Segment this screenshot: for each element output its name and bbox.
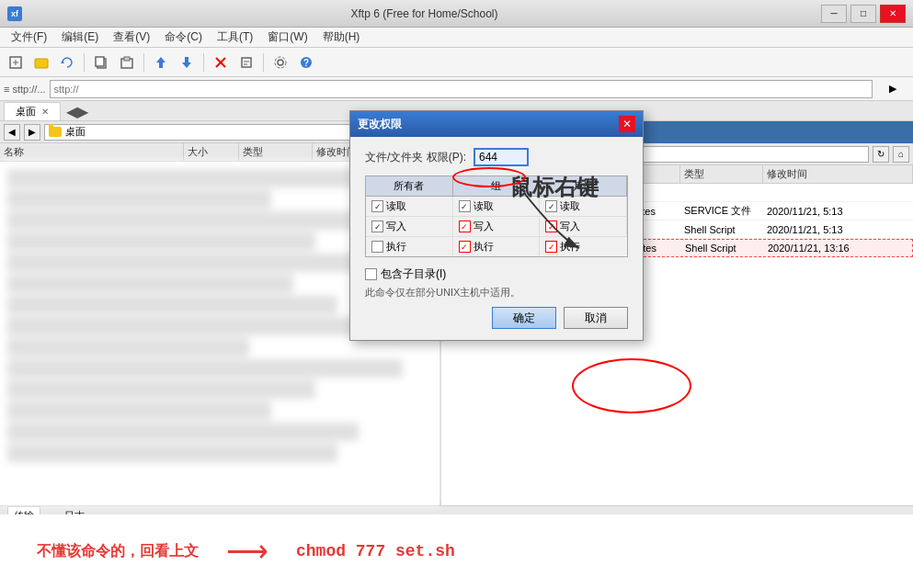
group-execute-cell: 执行 xyxy=(453,237,541,256)
owner-execute-label: 执行 xyxy=(386,240,406,254)
menu-command[interactable]: 命令(C) xyxy=(157,28,210,47)
folder-icon xyxy=(49,127,62,137)
delete-icon xyxy=(213,55,228,70)
menu-view[interactable]: 查看(V) xyxy=(106,28,157,47)
download-icon xyxy=(179,55,194,70)
annotation-command: chmod 777 set.sh xyxy=(296,542,455,560)
menu-tools[interactable]: 工具(T) xyxy=(210,28,260,47)
permission-grid: 所有者 组 其他 读取 读取 读取 写入 xyxy=(365,175,628,257)
left-back-button[interactable]: ◀ xyxy=(4,124,20,141)
group-read-cell: 读取 xyxy=(453,197,541,217)
owner-write-checkbox[interactable] xyxy=(371,220,383,232)
owner-write-label: 写入 xyxy=(386,220,406,233)
toolbar-download[interactable] xyxy=(175,51,199,74)
address-go[interactable]: ▶ xyxy=(876,78,909,100)
other-read-label: 读取 xyxy=(560,199,580,213)
annotation-arrow-icon: ⟶ xyxy=(226,534,268,569)
copy-icon xyxy=(94,55,108,70)
tab-add-left[interactable]: ◀ xyxy=(66,103,77,120)
dialog-ok-button[interactable]: 确定 xyxy=(492,307,556,329)
include-subdirs-row: 包含子目录(I) xyxy=(365,266,628,282)
menu-window[interactable]: 窗口(W) xyxy=(260,28,314,47)
dialog-cancel-button[interactable]: 取消 xyxy=(564,307,628,329)
perm-header-owner: 所有者 xyxy=(366,176,453,197)
dialog-title-text: 更改权限 xyxy=(358,117,402,132)
dialog-file-label: 文件/文件夹 权限(P): xyxy=(365,150,466,165)
paste-icon xyxy=(120,55,134,70)
group-read-checkbox[interactable] xyxy=(459,200,471,212)
group-execute-label: 执行 xyxy=(474,240,494,254)
right-col-modified: 修改时间 xyxy=(763,165,913,183)
toolbar-separator-3 xyxy=(203,53,204,72)
other-write-cell: 写入 xyxy=(540,217,627,237)
svg-marker-9 xyxy=(156,57,165,68)
owner-execute-cell: 执行 xyxy=(366,237,453,256)
group-write-label: 写入 xyxy=(474,220,494,233)
svg-marker-10 xyxy=(182,57,191,68)
group-write-checkbox[interactable] xyxy=(459,220,471,232)
perm-header-other: 其他 xyxy=(540,176,627,197)
dialog-footer: 确定 取消 xyxy=(365,307,628,329)
tab-close-icon[interactable]: ✕ xyxy=(41,107,49,117)
other-write-checkbox[interactable] xyxy=(545,220,557,232)
left-forward-button[interactable]: ▶ xyxy=(24,124,40,141)
toolbar-separator-4 xyxy=(263,53,264,72)
dialog-body: 文件/文件夹 权限(P): 所有者 组 其他 读取 读取 读取 xyxy=(350,137,643,340)
toolbar-rename[interactable] xyxy=(234,51,258,74)
left-col-type: 类型 xyxy=(239,143,313,161)
app-icon: xf xyxy=(7,6,22,21)
annotation-area: 不懂该命令的，回看上文 ⟶ chmod 777 set.sh xyxy=(0,514,913,588)
owner-read-cell: 读取 xyxy=(366,197,453,217)
perm-header-group: 组 xyxy=(453,176,541,197)
close-button[interactable]: ✕ xyxy=(880,5,906,23)
toolbar-copy[interactable] xyxy=(89,51,113,74)
other-execute-checkbox[interactable] xyxy=(545,241,557,253)
group-write-cell: 写入 xyxy=(453,217,541,237)
toolbar-upload[interactable] xyxy=(149,51,173,74)
dialog-note: 此命令仅在部分UNIX主机中适用。 xyxy=(365,286,628,300)
right-refresh-button[interactable]: ↻ xyxy=(873,146,889,163)
toolbar-new[interactable] xyxy=(4,51,28,74)
toolbar-open[interactable] xyxy=(29,51,53,74)
svg-rect-6 xyxy=(96,57,104,66)
toolbar-settings[interactable] xyxy=(268,51,292,74)
svg-point-17 xyxy=(275,57,286,68)
maximize-button[interactable]: □ xyxy=(850,5,876,23)
tab-desktop[interactable]: 桌面 ✕ xyxy=(4,102,61,120)
window-controls: ─ □ ✕ xyxy=(821,5,906,23)
group-read-label: 读取 xyxy=(474,199,494,213)
address-label: ≡ sttp://... xyxy=(4,84,46,95)
group-execute-checkbox[interactable] xyxy=(459,241,471,253)
other-write-label: 写入 xyxy=(560,220,580,233)
new-icon xyxy=(8,55,23,70)
owner-write-cell: 写入 xyxy=(366,217,453,237)
toolbar-delete[interactable] xyxy=(209,51,233,74)
address-bar: ≡ sttp://... ▶ xyxy=(0,77,913,101)
menu-edit[interactable]: 编辑(E) xyxy=(54,28,106,47)
toolbar: ? xyxy=(0,48,913,77)
include-subdirs-label: 包含子目录(I) xyxy=(381,266,446,282)
right-col-type: 类型 xyxy=(680,165,763,183)
open-icon xyxy=(34,55,49,70)
other-execute-label: 执行 xyxy=(560,240,580,254)
left-col-size: 大小 xyxy=(184,143,239,161)
left-col-name: 名称 xyxy=(0,143,184,161)
menu-file[interactable]: 文件(F) xyxy=(4,28,54,47)
toolbar-paste[interactable] xyxy=(115,51,139,74)
dialog-close-button[interactable]: ✕ xyxy=(619,116,635,132)
address-input[interactable] xyxy=(50,80,873,98)
toolbar-help[interactable]: ? xyxy=(294,51,318,74)
include-subdirs-checkbox[interactable] xyxy=(365,268,377,280)
toolbar-refresh[interactable] xyxy=(55,51,79,74)
other-execute-cell: 执行 xyxy=(540,237,627,256)
right-home-button[interactable]: ⌂ xyxy=(893,146,909,163)
tab-add-right[interactable]: ▶ xyxy=(77,103,88,120)
svg-rect-3 xyxy=(35,59,48,68)
menu-help[interactable]: 帮助(H) xyxy=(315,28,368,47)
owner-execute-checkbox[interactable] xyxy=(371,241,383,253)
dialog-permission-input[interactable] xyxy=(474,148,529,166)
owner-read-checkbox[interactable] xyxy=(371,200,383,212)
other-read-checkbox[interactable] xyxy=(545,200,557,212)
menu-bar: 文件(F) 编辑(E) 查看(V) 命令(C) 工具(T) 窗口(W) 帮助(H… xyxy=(0,28,913,48)
minimize-button[interactable]: ─ xyxy=(821,5,847,23)
